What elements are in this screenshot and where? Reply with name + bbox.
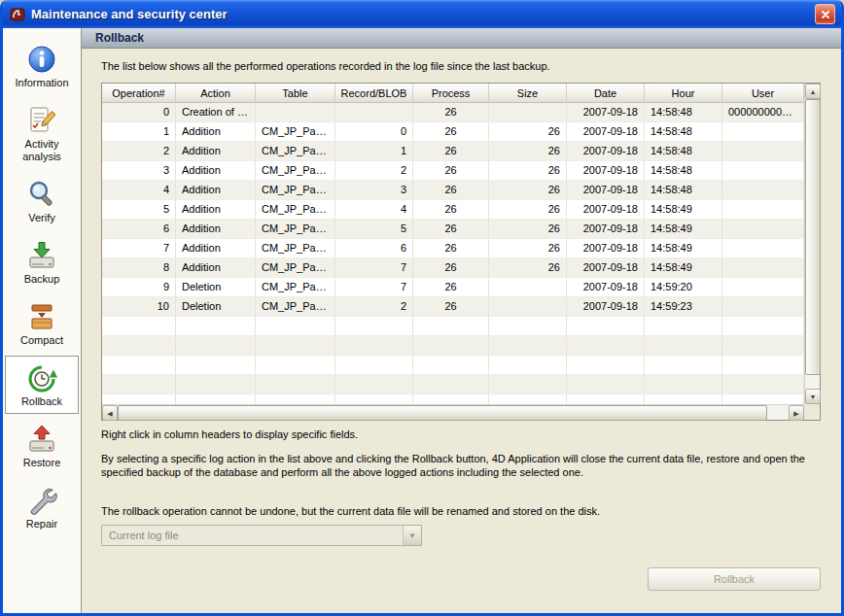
column-header-user[interactable]: User xyxy=(722,84,804,103)
column-header-operation-[interactable]: Operation# xyxy=(102,84,176,103)
log-file-select[interactable]: Current log file ▼ xyxy=(101,525,422,546)
titlebar[interactable]: Maintenance and security center xyxy=(3,0,841,28)
intro-text: The list below shows all the performed o… xyxy=(101,60,821,72)
cell xyxy=(176,336,256,356)
table-row-empty[interactable] xyxy=(102,394,804,404)
cell xyxy=(335,356,413,375)
cell xyxy=(256,317,335,336)
cell xyxy=(722,297,804,317)
table-row-empty[interactable] xyxy=(102,336,804,356)
scroll-left-icon[interactable]: ◀ xyxy=(102,405,118,421)
scroll-right-icon[interactable]: ▶ xyxy=(789,405,804,421)
table-header-row: Operation#ActionTableRecord/BLOBProcessS… xyxy=(102,84,804,103)
cell: 2007-09-18 xyxy=(567,278,645,297)
rollback-warning: The rollback operation cannot be undone,… xyxy=(101,505,821,517)
sidebar-item-compact[interactable]: Compact xyxy=(5,294,79,353)
cell: 26 xyxy=(489,239,567,258)
cell xyxy=(102,317,176,336)
chevron-down-icon: ▼ xyxy=(403,526,421,545)
cell xyxy=(722,356,804,375)
cell xyxy=(413,317,489,336)
horizontal-scrollbar[interactable]: ◀ ▶ xyxy=(102,404,804,420)
sidebar-item-repair[interactable]: Repair xyxy=(5,478,79,536)
cell: Addition xyxy=(176,220,256,239)
cell xyxy=(645,317,722,336)
column-header-process[interactable]: Process xyxy=(413,84,489,103)
sidebar-item-rollback[interactable]: Rollback xyxy=(5,356,79,414)
window-title: Maintenance and security center xyxy=(31,7,815,21)
cell xyxy=(176,375,256,394)
cell: Addition xyxy=(176,142,256,161)
cell: CM_JP_Params xyxy=(256,161,335,181)
cell xyxy=(722,200,804,220)
table-row[interactable]: 1AdditionCM_JP_Params026262007-09-1814:5… xyxy=(102,122,804,142)
cell xyxy=(489,375,567,394)
app-icon xyxy=(10,7,25,22)
vertical-scrollbar[interactable]: ▲ ▼ xyxy=(804,84,820,404)
cell xyxy=(176,394,256,404)
cell xyxy=(567,375,645,394)
table-row[interactable]: 0Creation of a ...262007-09-1814:58:4800… xyxy=(102,103,804,122)
cell: 2 xyxy=(102,142,176,161)
table-row-empty[interactable] xyxy=(102,317,804,336)
table-row[interactable]: 5AdditionCM_JP_Params426262007-09-1814:5… xyxy=(102,200,804,220)
column-header-record-blob[interactable]: Record/BLOB xyxy=(335,84,413,103)
cell xyxy=(722,181,804,200)
sidebar-item-label: Activity analysis xyxy=(7,138,77,163)
sidebar-item-label: Information xyxy=(15,77,68,89)
scroll-up-icon[interactable]: ▲ xyxy=(805,84,821,99)
repair-icon xyxy=(26,485,57,516)
table-row-empty[interactable] xyxy=(102,356,804,375)
sidebar-item-label: Repair xyxy=(26,518,57,530)
table-row[interactable]: 3AdditionCM_JP_Params226262007-09-1814:5… xyxy=(102,161,804,181)
cell: CM_JP_Params xyxy=(256,258,335,278)
rollback-button[interactable]: Rollback xyxy=(648,567,821,591)
cell: 00000000000... xyxy=(722,103,804,122)
column-header-action[interactable]: Action xyxy=(176,84,256,103)
table-row[interactable]: 7AdditionCM_JP_Params626262007-09-1814:5… xyxy=(102,239,804,258)
cell xyxy=(722,239,804,258)
cell: 1 xyxy=(335,142,413,161)
table-row[interactable]: 6AdditionCM_JP_Params526262007-09-1814:5… xyxy=(102,220,804,239)
cell xyxy=(722,220,804,239)
table-row[interactable]: 10DeletionCM_JP_Params2262007-09-1814:59… xyxy=(102,297,804,317)
cell: 26 xyxy=(413,122,489,142)
sidebar-item-label: Backup xyxy=(24,273,60,286)
cell: Addition xyxy=(176,181,256,200)
column-header-date[interactable]: Date xyxy=(567,84,645,103)
sidebar-item-activity-analysis[interactable]: Activity analysis xyxy=(5,98,79,169)
cell xyxy=(645,394,722,404)
table-row[interactable]: 2AdditionCM_JP_Params126262007-09-1814:5… xyxy=(102,142,804,161)
cell xyxy=(722,375,804,394)
sidebar-item-backup[interactable]: Backup xyxy=(5,233,79,291)
column-header-hour[interactable]: Hour xyxy=(645,84,722,103)
table-row[interactable]: 9DeletionCM_JP_Params7262007-09-1814:59:… xyxy=(102,278,804,297)
vertical-scroll-thumb[interactable] xyxy=(805,99,821,375)
cell: 0 xyxy=(102,103,176,122)
cell: 2007-09-18 xyxy=(567,122,645,142)
sidebar-item-label: Rollback xyxy=(21,395,62,408)
cell xyxy=(256,356,335,375)
column-header-size[interactable]: Size xyxy=(489,84,567,103)
close-icon[interactable] xyxy=(815,4,835,24)
cell: 26 xyxy=(413,220,489,239)
sidebar-item-information[interactable]: Information xyxy=(5,37,79,95)
table-body: 0Creation of a ...262007-09-1814:58:4800… xyxy=(102,103,804,404)
activity-icon xyxy=(26,105,57,136)
cell xyxy=(722,161,804,181)
column-header-table[interactable]: Table xyxy=(256,84,335,103)
cell: 8 xyxy=(102,258,176,278)
sidebar-item-restore[interactable]: Restore xyxy=(5,417,79,475)
scroll-down-icon[interactable]: ▼ xyxy=(805,389,821,404)
verify-icon xyxy=(26,179,57,210)
sidebar-item-label: Restore xyxy=(23,457,61,469)
horizontal-scroll-thumb[interactable] xyxy=(118,405,767,421)
cell: 14:58:49 xyxy=(645,258,722,278)
sidebar-item-verify[interactable]: Verify xyxy=(5,172,79,230)
table-row[interactable]: 8AdditionCM_JP_Params726262007-09-1814:5… xyxy=(102,258,804,278)
cell xyxy=(413,375,489,394)
table-row[interactable]: 4AdditionCM_JP_Params326262007-09-1814:5… xyxy=(102,181,804,200)
table-row-empty[interactable] xyxy=(102,375,804,394)
cell xyxy=(413,356,489,375)
cell: 7 xyxy=(102,239,176,258)
